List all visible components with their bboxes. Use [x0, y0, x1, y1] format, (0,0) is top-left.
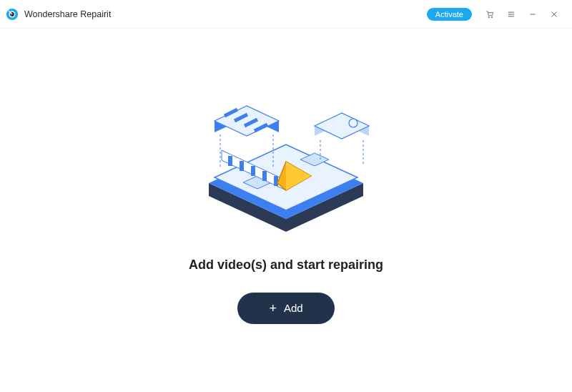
add-button[interactable]: + Add: [237, 293, 334, 324]
hero-illustration: [179, 76, 393, 240]
menu-icon[interactable]: [500, 4, 522, 25]
main-heading: Add video(s) and start repairing: [189, 258, 383, 273]
svg-point-22: [349, 119, 358, 127]
close-button[interactable]: [543, 4, 565, 25]
svg-point-4: [491, 16, 493, 18]
app-title: Wondershare Repairit: [24, 9, 111, 19]
svg-point-3: [488, 16, 490, 18]
plus-icon: +: [269, 302, 277, 315]
titlebar: Wondershare Repairit Activate: [0, 0, 572, 29]
cart-icon[interactable]: [479, 4, 500, 25]
app-window: Wondershare Repairit Activate: [0, 0, 572, 392]
main-content: Add video(s) and start repairing + Add: [0, 29, 572, 392]
add-button-label: Add: [284, 302, 303, 314]
minimize-button[interactable]: [522, 4, 543, 25]
activate-button[interactable]: Activate: [427, 8, 472, 21]
app-logo-icon: [6, 8, 19, 21]
